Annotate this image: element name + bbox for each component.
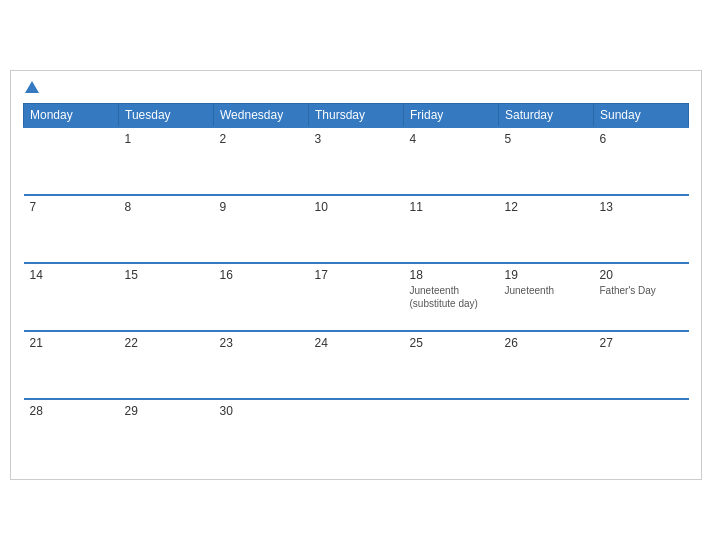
- day-number: 22: [125, 336, 208, 350]
- day-cell: 13: [594, 195, 689, 263]
- day-cell: 9: [214, 195, 309, 263]
- day-cell: 22: [119, 331, 214, 399]
- day-cell: 27: [594, 331, 689, 399]
- day-cell: 2: [214, 127, 309, 195]
- calendar-header: [23, 81, 689, 93]
- logo: [23, 81, 39, 93]
- day-number: 28: [30, 404, 113, 418]
- calendar-grid: MondayTuesdayWednesdayThursdayFridaySatu…: [23, 103, 689, 467]
- day-number: 13: [600, 200, 683, 214]
- day-number: 8: [125, 200, 208, 214]
- day-cell: 3: [309, 127, 404, 195]
- day-number: 16: [220, 268, 303, 282]
- day-cell: 19Juneteenth: [499, 263, 594, 331]
- day-number: 24: [315, 336, 398, 350]
- calendar-container: MondayTuesdayWednesdayThursdayFridaySatu…: [10, 70, 702, 480]
- week-row-4: 21222324252627: [24, 331, 689, 399]
- day-cell: 10: [309, 195, 404, 263]
- event-label: Juneteenth: [410, 284, 493, 297]
- day-number: 20: [600, 268, 683, 282]
- day-cell: 7: [24, 195, 119, 263]
- day-cell: 21: [24, 331, 119, 399]
- week-row-3: 1415161718Juneteenth(substitute day)19Ju…: [24, 263, 689, 331]
- day-cell: 1: [119, 127, 214, 195]
- day-number: 15: [125, 268, 208, 282]
- day-number: 25: [410, 336, 493, 350]
- col-header-friday: Friday: [404, 104, 499, 128]
- col-header-tuesday: Tuesday: [119, 104, 214, 128]
- day-number: 6: [600, 132, 683, 146]
- day-number: 1: [125, 132, 208, 146]
- day-cell: 23: [214, 331, 309, 399]
- day-number: 29: [125, 404, 208, 418]
- day-cell: 25: [404, 331, 499, 399]
- day-number: 4: [410, 132, 493, 146]
- event-label: Father's Day: [600, 284, 683, 297]
- col-header-wednesday: Wednesday: [214, 104, 309, 128]
- day-cell: 29: [119, 399, 214, 467]
- col-header-monday: Monday: [24, 104, 119, 128]
- day-cell: [594, 399, 689, 467]
- event-label: Juneteenth: [505, 284, 588, 297]
- day-number: 27: [600, 336, 683, 350]
- day-number: 12: [505, 200, 588, 214]
- day-number: 26: [505, 336, 588, 350]
- day-cell: 5: [499, 127, 594, 195]
- day-cell: [404, 399, 499, 467]
- day-number: 3: [315, 132, 398, 146]
- day-number: 30: [220, 404, 303, 418]
- day-cell: 11: [404, 195, 499, 263]
- day-cell: 26: [499, 331, 594, 399]
- week-row-5: 282930: [24, 399, 689, 467]
- col-header-thursday: Thursday: [309, 104, 404, 128]
- day-cell: [309, 399, 404, 467]
- col-header-saturday: Saturday: [499, 104, 594, 128]
- day-number: 14: [30, 268, 113, 282]
- day-cell: 18Juneteenth(substitute day): [404, 263, 499, 331]
- week-row-1: 123456: [24, 127, 689, 195]
- day-number: 9: [220, 200, 303, 214]
- day-cell: 16: [214, 263, 309, 331]
- day-number: 10: [315, 200, 398, 214]
- week-row-2: 78910111213: [24, 195, 689, 263]
- day-cell: 4: [404, 127, 499, 195]
- day-cell: 28: [24, 399, 119, 467]
- day-number: 5: [505, 132, 588, 146]
- day-cell: 14: [24, 263, 119, 331]
- day-cell: 24: [309, 331, 404, 399]
- day-number: 23: [220, 336, 303, 350]
- logo-triangle-icon: [25, 81, 39, 93]
- day-number: 11: [410, 200, 493, 214]
- col-header-sunday: Sunday: [594, 104, 689, 128]
- day-cell: 6: [594, 127, 689, 195]
- day-cell: 30: [214, 399, 309, 467]
- header-row: MondayTuesdayWednesdayThursdayFridaySatu…: [24, 104, 689, 128]
- day-number: 21: [30, 336, 113, 350]
- day-number: 7: [30, 200, 113, 214]
- day-cell: 8: [119, 195, 214, 263]
- day-cell: 15: [119, 263, 214, 331]
- day-cell: [24, 127, 119, 195]
- day-number: 17: [315, 268, 398, 282]
- day-number: 2: [220, 132, 303, 146]
- event-label: (substitute day): [410, 297, 493, 310]
- day-number: 18: [410, 268, 493, 282]
- day-cell: 12: [499, 195, 594, 263]
- day-cell: 20Father's Day: [594, 263, 689, 331]
- day-cell: [499, 399, 594, 467]
- day-cell: 17: [309, 263, 404, 331]
- day-number: 19: [505, 268, 588, 282]
